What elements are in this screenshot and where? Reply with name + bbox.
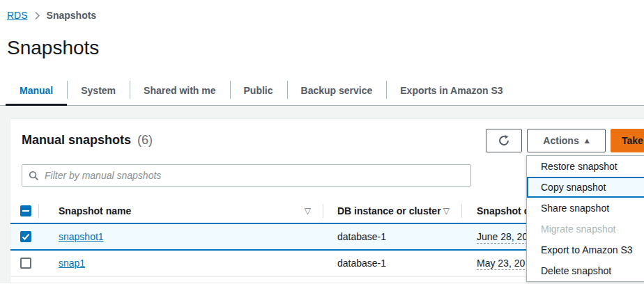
page-header: RDS Snapshots Snapshots (0, 0, 644, 61)
filter-input[interactable] (45, 170, 464, 181)
check-icon (22, 233, 30, 241)
menu-item-share-snapshot[interactable]: Share snapshot (527, 198, 644, 219)
select-all-checkbox[interactable] (20, 205, 31, 216)
column-header-db-instance[interactable]: DB instance or cluster (337, 205, 441, 216)
snapshot-name-link[interactable]: snap1 (59, 258, 85, 269)
actions-button-label: Actions (543, 135, 578, 146)
menu-item-restore-snapshot[interactable]: Restore snapshot (527, 156, 644, 177)
actions-button[interactable]: Actions ▲ (527, 129, 606, 152)
breadcrumb-link-rds[interactable]: RDS (7, 10, 28, 21)
filter-box (22, 164, 471, 187)
snapshot-creation-cell[interactable]: June 28, 20 (477, 231, 528, 244)
breadcrumb-chevron-icon (34, 11, 40, 20)
refresh-icon (498, 134, 510, 147)
menu-item-migrate-snapshot: Migrate snapshot (527, 219, 644, 239)
sort-icon[interactable]: ▽ (443, 206, 450, 216)
menu-item-delete-snapshot[interactable]: Delete snapshot (527, 260, 644, 281)
refresh-button[interactable] (486, 129, 522, 152)
tab-system[interactable]: System (67, 75, 130, 105)
search-icon (29, 171, 39, 181)
breadcrumb: RDS Snapshots (7, 8, 644, 22)
tab-public[interactable]: Public (230, 75, 287, 105)
panel-actions-group: Actions ▲ Take snapshot (486, 129, 644, 152)
caret-up-icon: ▲ (585, 137, 590, 144)
tab-shared-with-me[interactable]: Shared with me (130, 75, 229, 105)
tab-exports-amazon-s3[interactable]: Exports in Amazon S3 (386, 75, 516, 105)
column-header-snapshot-name[interactable]: Snapshot name (59, 205, 131, 216)
column-header-snapshot-creation[interactable]: Snapshot c (477, 205, 529, 216)
snapshot-count-badge: (6) (137, 133, 153, 147)
db-instance-cell: database-1 (337, 231, 386, 242)
actions-dropdown-menu: Restore snapshot Copy snapshot Share sna… (526, 155, 644, 282)
row-checkbox-unchecked[interactable] (20, 258, 31, 269)
menu-item-copy-snapshot[interactable]: Copy snapshot (527, 177, 644, 198)
take-snapshot-button[interactable]: Take snapshot (611, 129, 644, 152)
tab-manual[interactable]: Manual (6, 75, 67, 105)
snapshot-name-link[interactable]: snapshot1 (59, 231, 104, 242)
db-instance-cell: database-1 (337, 258, 386, 269)
page-title: Snapshots (7, 35, 644, 61)
panel-title: Manual snapshots (22, 133, 131, 147)
sort-icon[interactable]: ▽ (305, 206, 311, 216)
tab-backup-service[interactable]: Backup service (287, 75, 387, 105)
tab-bar: Manual System Shared with me Public Back… (0, 75, 644, 106)
snapshot-creation-cell[interactable]: May 23, 20 (477, 258, 525, 270)
menu-item-export-to-amazon-s3[interactable]: Export to Amazon S3 (527, 239, 644, 260)
row-checkbox-checked[interactable] (20, 231, 31, 242)
breadcrumb-current: Snapshots (47, 10, 97, 21)
